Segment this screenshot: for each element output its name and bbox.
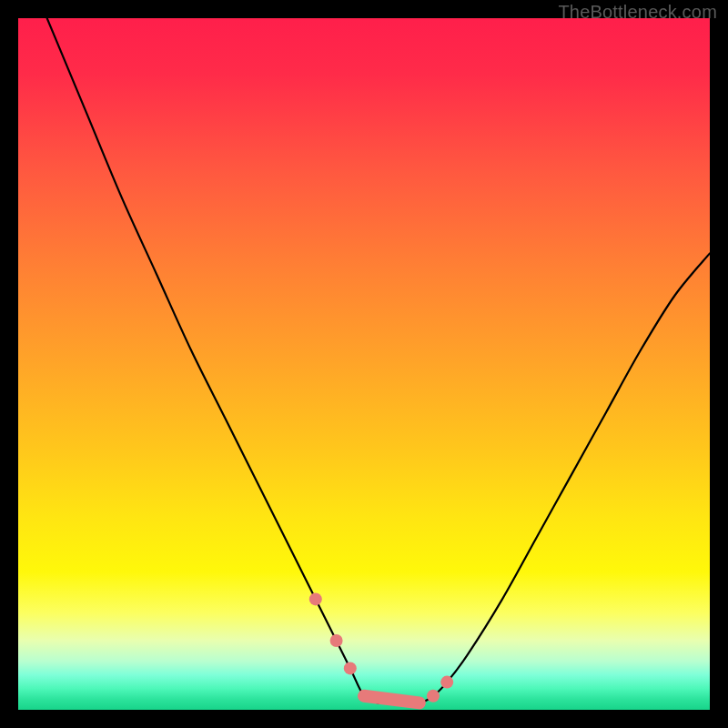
plot-area <box>18 18 710 710</box>
trough-highlight-beads <box>309 592 453 703</box>
bottleneck-curve-line <box>18 18 710 703</box>
trough-bead <box>309 592 322 605</box>
bottleneck-curve-svg <box>18 18 710 710</box>
trough-bead <box>344 662 357 674</box>
trough-bead <box>330 634 343 647</box>
trough-bead <box>440 676 453 689</box>
chart-frame: TheBottleneck.com <box>0 0 728 728</box>
trough-bead <box>427 690 440 703</box>
trough-flat-segment <box>364 696 420 703</box>
